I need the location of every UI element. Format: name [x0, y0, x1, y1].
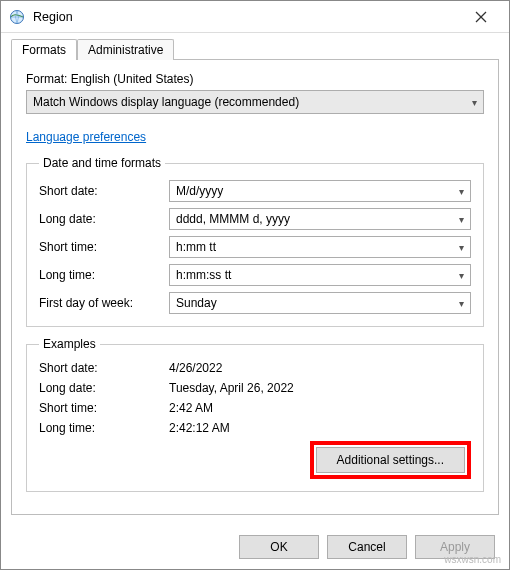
long-time-dropdown[interactable]: h:mm:ss tt ▾ [169, 264, 471, 286]
region-dialog: Region Formats Administrative Format: En… [0, 0, 510, 570]
examples-long-date-value: Tuesday, April 26, 2022 [169, 381, 471, 395]
globe-icon [9, 9, 25, 25]
chevron-down-icon: ▾ [459, 242, 464, 253]
format-dropdown-value: Match Windows display language (recommen… [33, 95, 299, 109]
examples-short-date-value: 4/26/2022 [169, 361, 471, 375]
apply-button: Apply [415, 535, 495, 559]
examples-legend: Examples [39, 337, 100, 351]
short-time-label: Short time: [39, 240, 169, 254]
chevron-down-icon: ▾ [459, 270, 464, 281]
titlebar: Region [1, 1, 509, 33]
examples-short-time-label: Short time: [39, 401, 169, 415]
chevron-down-icon: ▾ [459, 298, 464, 309]
short-date-value: M/d/yyyy [176, 184, 223, 198]
highlight-annotation: Additional settings... [310, 441, 471, 479]
date-time-formats-legend: Date and time formats [39, 156, 165, 170]
tab-row: Formats Administrative [1, 33, 509, 60]
examples-long-time-label: Long time: [39, 421, 169, 435]
chevron-down-icon: ▾ [459, 214, 464, 225]
format-dropdown[interactable]: Match Windows display language (recommen… [26, 90, 484, 114]
date-time-formats-group: Date and time formats Short date: M/d/yy… [26, 156, 484, 327]
dialog-footer: OK Cancel Apply [1, 525, 509, 569]
tab-content-formats: Format: English (United States) Match Wi… [11, 59, 499, 515]
short-time-dropdown[interactable]: h:mm tt ▾ [169, 236, 471, 258]
first-day-dropdown[interactable]: Sunday ▾ [169, 292, 471, 314]
examples-short-time-value: 2:42 AM [169, 401, 471, 415]
additional-settings-button[interactable]: Additional settings... [316, 447, 465, 473]
ok-button[interactable]: OK [239, 535, 319, 559]
close-icon [475, 11, 487, 23]
examples-group: Examples Short date: 4/26/2022 Long date… [26, 337, 484, 492]
chevron-down-icon: ▾ [459, 186, 464, 197]
tab-administrative[interactable]: Administrative [77, 39, 174, 60]
examples-long-date-label: Long date: [39, 381, 169, 395]
close-button[interactable] [461, 1, 501, 32]
language-preferences-link[interactable]: Language preferences [26, 130, 484, 144]
long-time-value: h:mm:ss tt [176, 268, 231, 282]
short-time-value: h:mm tt [176, 240, 216, 254]
long-time-label: Long time: [39, 268, 169, 282]
first-day-value: Sunday [176, 296, 217, 310]
examples-short-date-label: Short date: [39, 361, 169, 375]
first-day-label: First day of week: [39, 296, 169, 310]
chevron-down-icon: ▾ [472, 97, 477, 108]
long-date-dropdown[interactable]: dddd, MMMM d, yyyy ▾ [169, 208, 471, 230]
window-title: Region [33, 10, 461, 24]
cancel-button[interactable]: Cancel [327, 535, 407, 559]
examples-long-time-value: 2:42:12 AM [169, 421, 471, 435]
long-date-value: dddd, MMMM d, yyyy [176, 212, 290, 226]
format-label: Format: English (United States) [26, 72, 484, 86]
long-date-label: Long date: [39, 212, 169, 226]
tab-formats[interactable]: Formats [11, 39, 77, 60]
short-date-label: Short date: [39, 184, 169, 198]
short-date-dropdown[interactable]: M/d/yyyy ▾ [169, 180, 471, 202]
